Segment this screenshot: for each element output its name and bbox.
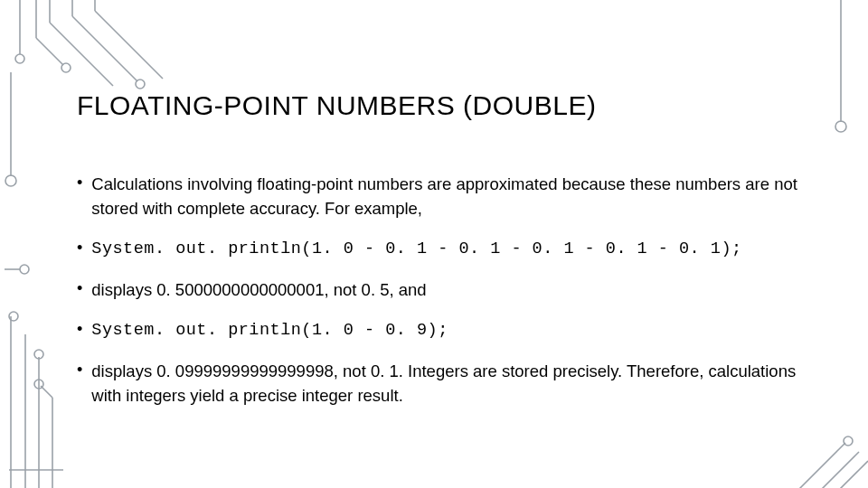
bullet-icon: • xyxy=(77,278,82,298)
svg-point-13 xyxy=(5,175,16,186)
svg-point-26 xyxy=(835,121,846,132)
bullet-icon: • xyxy=(77,360,82,380)
bullet-item: • System. out. println(1. 0 - 0. 9); xyxy=(77,318,818,343)
svg-point-15 xyxy=(20,265,29,274)
svg-line-11 xyxy=(95,11,163,79)
svg-line-8 xyxy=(72,16,137,81)
svg-point-22 xyxy=(34,380,43,389)
bullet-text: displays 0. 5000000000000001, not 0. 5, … xyxy=(91,277,426,302)
svg-line-28 xyxy=(818,452,859,488)
svg-line-27 xyxy=(796,443,845,488)
bullet-text: Calculations involving floating-point nu… xyxy=(91,172,818,221)
bullet-code: System. out. println(1. 0 - 0. 9); xyxy=(91,318,448,343)
bullet-item: • displays 0. 09999999999999998, not 0. … xyxy=(77,359,818,408)
svg-line-21 xyxy=(41,386,52,398)
slide: FLOATING-POINT NUMBERS (DOUBLE) • Calcul… xyxy=(0,0,868,488)
slide-body: • Calculations involving floating-point … xyxy=(77,172,818,424)
svg-point-1 xyxy=(15,54,24,63)
bullet-code: System. out. println(1. 0 - 0. 1 - 0. 1 … xyxy=(91,237,741,261)
svg-point-30 xyxy=(844,436,853,446)
bullet-text: displays 0. 09999999999999998, not 0. 1.… xyxy=(91,359,818,408)
svg-line-6 xyxy=(50,23,113,86)
bullet-icon: • xyxy=(77,173,82,192)
bullet-item: • Calculations involving floating-point … xyxy=(77,172,818,221)
bullet-item: • System. out. println(1. 0 - 0. 1 - 0. … xyxy=(77,237,818,261)
svg-line-29 xyxy=(836,461,868,488)
svg-line-3 xyxy=(36,38,63,65)
bullet-item: • displays 0. 5000000000000001, not 0. 5… xyxy=(77,277,818,302)
svg-point-9 xyxy=(136,80,145,89)
svg-point-19 xyxy=(34,350,43,359)
bullet-icon: • xyxy=(77,319,82,339)
svg-point-24 xyxy=(9,312,18,321)
bullet-icon: • xyxy=(77,238,82,258)
svg-point-4 xyxy=(61,63,71,72)
slide-title: FLOATING-POINT NUMBERS (DOUBLE) xyxy=(77,90,596,121)
